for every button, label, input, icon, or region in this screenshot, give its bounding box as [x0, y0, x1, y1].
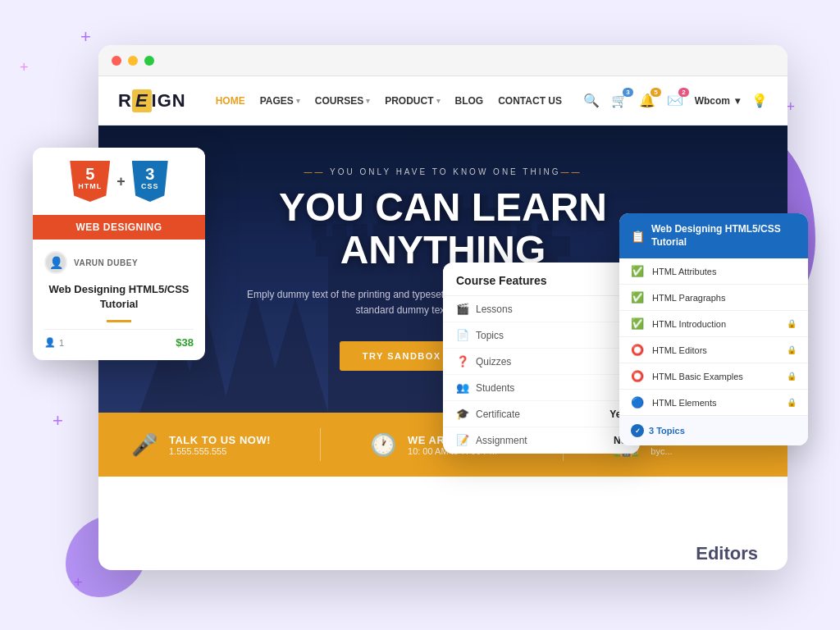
- course-panel-footer: ✓ 3 Topics: [619, 416, 808, 445]
- user-menu[interactable]: Wbcom ▾: [695, 95, 740, 107]
- course-divider: [107, 320, 131, 322]
- info-contact-text: TALK TO US NOW! 1.555.555.555: [169, 434, 271, 456]
- bell-badge: 5: [651, 88, 660, 97]
- assignment-icon: 📝: [456, 434, 469, 446]
- cf-lessons-label: 🎬 Lessons: [456, 303, 513, 315]
- cp-item-label-5: HTML Basic Examples: [652, 372, 743, 381]
- chevron-down-icon: ▾: [366, 97, 370, 105]
- cp-item-paragraphs[interactable]: ✅ HTML Paragraphs: [619, 285, 808, 311]
- course-panel-header: 📋 Web Designing HTML5/CSS Tutorial: [619, 213, 808, 258]
- course-features-header: Course Features: [443, 262, 640, 296]
- nav-pages[interactable]: PAGES ▾: [260, 95, 300, 107]
- lock-icon-4: 🔒: [787, 398, 797, 407]
- nav-links: HOME PAGES ▾ COURSES ▾ PRODUCT ▾ BLOG CO…: [216, 95, 567, 107]
- logo-e: E: [132, 89, 152, 112]
- certificate-icon: 🎓: [456, 408, 469, 420]
- check-circle-icon-2: ✅: [631, 291, 644, 304]
- cp-item-label-3: HTML Introduction: [652, 319, 726, 329]
- course-price: $38: [176, 336, 194, 349]
- cf-quizzes: ❓ Quizzes 0: [443, 349, 640, 375]
- lock-icon-3: 🔒: [787, 372, 797, 381]
- info-contact-phone: 1.555.555.555: [169, 446, 271, 456]
- check-circle-icon-1: ✅: [631, 265, 644, 277]
- circle-icon-2: ⭕: [631, 370, 644, 382]
- nav-courses[interactable]: COURSES ▾: [315, 95, 370, 107]
- plus-decoration-3: +: [52, 410, 63, 431]
- topics-count[interactable]: ✓ 3 Topics: [631, 424, 797, 437]
- cp-item-introduction[interactable]: ✅ HTML Introduction 🔒: [619, 311, 808, 337]
- nav-icons: 🔍 🛒 3 🔔 5 ✉️ 2 Wbcom ▾ 💡: [583, 93, 768, 108]
- cp-item-label-6: HTML Elements: [652, 398, 716, 408]
- browser-dot-red[interactable]: [112, 56, 121, 66]
- cf-certificate: 🎓 Certificate Yes: [443, 401, 640, 427]
- nav-contact[interactable]: CONTACT US: [498, 95, 562, 107]
- chevron-down-icon: ▾: [296, 97, 300, 105]
- lock-icon-2: 🔒: [787, 345, 797, 354]
- cp-item-editors[interactable]: ⭕ HTML Editors 🔒: [619, 337, 808, 363]
- css-label: CSS: [141, 182, 159, 190]
- cf-students-icon: 👥: [456, 381, 469, 394]
- course-thumbnail: 5 HTML + 3 CSS: [33, 148, 205, 215]
- course-panel-title: Web Designing HTML5/CSS Tutorial: [651, 223, 797, 249]
- students-count: 1: [59, 338, 64, 348]
- quizzes-icon: ❓: [456, 355, 469, 368]
- author-name: VARUN DUBEY: [74, 258, 138, 267]
- navbar: REIGN HOME PAGES ▾ COURSES ▾ PRODUCT ▾ B…: [98, 76, 788, 126]
- nav-home[interactable]: HOME: [216, 95, 245, 107]
- cp-item-basic-examples[interactable]: ⭕ HTML Basic Examples 🔒: [619, 363, 808, 390]
- cf-quizzes-label: ❓ Quizzes: [456, 355, 511, 368]
- browser-dot-green[interactable]: [144, 56, 154, 66]
- course-meta: 👤 1 $38: [44, 329, 194, 349]
- html-label: HTML: [78, 182, 102, 190]
- cf-students: 👥 Students 1: [443, 375, 640, 401]
- cp-item-attributes[interactable]: ✅ HTML Attributes: [619, 258, 808, 285]
- microphone-icon: 🎤: [131, 432, 158, 458]
- course-card-body: 👤 VARUN DUBEY Web Designing HTML5/CSS Tu…: [33, 240, 205, 360]
- site-logo[interactable]: REIGN: [118, 89, 186, 112]
- mail-button[interactable]: ✉️ 2: [667, 93, 683, 108]
- cf-lessons: 🎬 Lessons 6: [443, 296, 640, 322]
- info-contact: 🎤 TALK TO US NOW! 1.555.555.555: [131, 432, 271, 458]
- course-author: 👤 VARUN DUBEY: [44, 251, 194, 274]
- nav-blog[interactable]: BLOG: [455, 95, 484, 107]
- cf-topics-label: 📄 Topics: [456, 329, 504, 341]
- cart-button[interactable]: 🛒 3: [611, 93, 628, 108]
- browser-dot-yellow[interactable]: [128, 56, 138, 66]
- circle-icon-1: ⭕: [631, 344, 644, 356]
- info-contact-title: TALK TO US NOW!: [169, 434, 271, 446]
- hero-subtitle: YOU ONLY HAVE TO KNOW ONE THING: [148, 167, 738, 176]
- cp-item-label-2: HTML Paragraphs: [652, 293, 725, 303]
- course-category: WEB DESIGNING: [33, 215, 205, 240]
- plus-decoration-1: +: [80, 26, 91, 48]
- info-divider-1: [320, 428, 321, 461]
- help-button[interactable]: 💡: [751, 93, 768, 108]
- cf-assignment: 📝 Assignment No: [443, 427, 640, 454]
- panel-header-icon: 📋: [631, 230, 645, 243]
- circle-icon-3: 🔵: [631, 396, 644, 409]
- info-location-sub: byc...: [651, 446, 672, 456]
- chevron-down-icon: ▾: [436, 97, 441, 105]
- clock-icon: 🕐: [370, 432, 396, 458]
- notifications-button[interactable]: 🔔 5: [639, 93, 655, 108]
- browser-titlebar: [98, 45, 788, 76]
- html5-shield: 5 HTML: [70, 161, 110, 202]
- cf-certificate-label: 🎓 Certificate: [456, 408, 520, 420]
- course-card: 5 HTML + 3 CSS WEB DESIGNING 👤 VARUN DUB…: [33, 148, 205, 360]
- plus-decoration-4: +: [74, 574, 83, 591]
- search-button[interactable]: 🔍: [583, 93, 600, 108]
- students-icon: 👤: [44, 337, 56, 348]
- cp-item-elements[interactable]: 🔵 HTML Elements 🔒: [619, 390, 808, 416]
- cf-assignment-label: 📝 Assignment: [456, 434, 527, 446]
- editors-label: Editors: [696, 543, 758, 564]
- user-name: Wbcom: [695, 95, 730, 107]
- nav-product[interactable]: PRODUCT ▾: [385, 95, 440, 107]
- html-number: 5: [85, 166, 94, 182]
- topics-label: 3 Topics: [649, 426, 685, 436]
- cp-item-label-4: HTML Editors: [652, 345, 707, 355]
- cf-students-label: 👥 Students: [456, 381, 514, 394]
- course-features-title: Course Features: [456, 274, 627, 287]
- css-number: 3: [145, 166, 154, 182]
- topics-dot: ✓: [631, 424, 644, 437]
- cf-topics: 📄 Topics 3: [443, 322, 640, 349]
- plus-decoration-2: +: [20, 59, 29, 76]
